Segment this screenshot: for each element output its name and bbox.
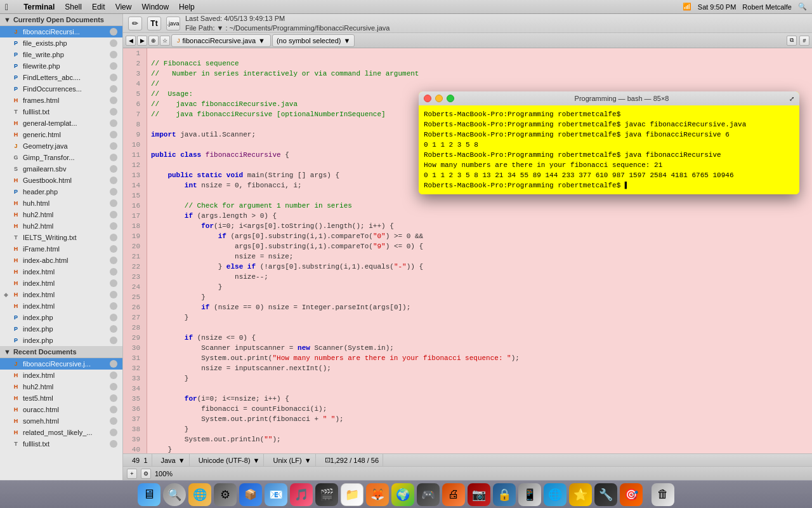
dock-photobooth[interactable]: 📷 [468,483,490,506]
sidebar-recent-index[interactable]: H index.html [0,370,122,381]
close-file-btn[interactable] [110,325,117,333]
close-file-btn[interactable] [110,51,117,58]
dock-app2[interactable]: ⚙ [214,483,237,506]
close-file-btn[interactable] [110,302,117,310]
close-file-btn[interactable] [110,394,117,402]
sidebar-item-huh2-2[interactable]: H huh2.html [0,220,122,232]
sidebar-item-findoccurrences[interactable]: P FindOccurrences... [0,83,122,95]
terminal-close-btn[interactable] [424,95,431,102]
sidebar-recent-related[interactable]: H related_most_likely_... [0,427,122,438]
sidebar-item-iframe[interactable]: H iFrame.html [0,243,122,255]
dock-textedit[interactable]: 📁 [341,483,363,506]
close-file-btn[interactable] [110,222,117,230]
dock-trash[interactable]: 🗑 [652,483,674,506]
sidebar-item-index-abc[interactable]: H index-abc.html [0,255,122,266]
close-file-btn[interactable] [110,28,117,36]
sidebar-recent-fibonacci[interactable]: J fibonacciRecursive.j... [0,358,122,370]
close-file-btn[interactable] [110,279,117,287]
search-icon[interactable]: 🔍 [798,3,807,11]
sidebar-item-frames[interactable]: H frames.html [0,95,122,106]
settings-btn[interactable]: ⚙ [141,469,151,479]
dock-itunes[interactable]: 🎵 [290,483,313,506]
symbol-selector[interactable]: (no symbol selected) ▼ [272,34,355,47]
dock-app6[interactable]: ⭐ [569,483,592,506]
dock-app4[interactable]: 🎮 [417,483,440,506]
dock-mail[interactable]: 📧 [265,483,287,506]
close-file-btn[interactable] [110,406,117,413]
recent-documents-section[interactable]: ▼ Recent Documents [0,346,122,358]
close-file-btn[interactable] [110,371,117,379]
sidebar-item-indexphp1[interactable]: P index.php [0,312,122,323]
dock-app3[interactable]: 📦 [239,483,262,506]
bookmark-add-btn[interactable]: ⊕ [148,36,159,46]
dock-safari[interactable]: 🌐 [544,483,566,506]
back-btn[interactable]: ◀ [126,36,136,46]
sidebar-item-index2[interactable]: H index.html [0,277,122,289]
close-file-btn[interactable] [110,131,117,138]
encoding-selector[interactable]: Unicode (UTF-8) ▼ [195,454,265,466]
sidebar-recent-ouracc[interactable]: H ouracc.html [0,404,122,415]
language-selector[interactable]: Java ▼ [157,454,190,466]
sidebar-item-huh2-1[interactable]: H huh2.html [0,209,122,220]
sidebar-item-header[interactable]: P header.php [0,186,122,197]
close-file-btn[interactable] [110,337,117,344]
close-file-btn[interactable] [110,108,117,116]
sidebar-item-fulllist[interactable]: T fulllist.txt [0,106,122,117]
close-file-btn[interactable] [110,360,117,368]
close-file-btn[interactable] [110,417,117,425]
dock-finder[interactable]: 🖥 [138,483,160,506]
sidebar-recent-test5[interactable]: H test5.html [0,392,122,404]
apple-menu[interactable]:  [5,2,8,12]
close-file-btn[interactable] [110,383,117,391]
sidebar-item-geometry[interactable]: J Geometry.java [0,140,122,152]
close-file-btn[interactable] [110,97,117,104]
terminal-maximize-btn[interactable] [447,95,454,102]
file-tab[interactable]: J fibonacciRecursive.java ▼ [171,34,271,47]
close-file-btn[interactable] [110,165,117,173]
close-file-btn[interactable] [110,440,117,448]
dock-firefox[interactable]: 🦊 [366,483,389,506]
toolbar-tt-btn[interactable]: Tt [147,17,161,30]
view-menu[interactable]: View [115,3,132,11]
sidebar-item-index1[interactable]: H index.html [0,266,122,277]
close-file-btn[interactable] [110,291,117,298]
close-file-btn[interactable] [110,199,117,207]
sidebar-item-general-template[interactable]: H general-templat... [0,117,122,129]
sidebar-item-file-exists[interactable]: P file_exists.php [0,37,122,49]
sidebar-item-ielts[interactable]: T IELTS_Writing.txt [0,232,122,243]
edit-menu[interactable]: Edit [92,3,105,11]
sidebar-recent-fulllist[interactable]: T fulllist.txt [0,438,122,450]
window-menu[interactable]: Window [141,3,169,11]
close-file-btn[interactable] [110,119,117,127]
sidebar-item-huh[interactable]: H huh.html [0,197,122,209]
close-file-btn[interactable] [110,188,117,196]
close-file-btn[interactable] [110,62,117,70]
close-file-btn[interactable] [110,245,117,253]
toolbar-java-btn[interactable]: .java [166,17,180,30]
dock-quicktime[interactable]: 🎬 [315,483,338,506]
terminal-window[interactable]: Programming — bash — 85×8 ⤢ Roberts-MacB… [419,91,799,194]
sidebar-item-guestbook[interactable]: H Guestbook.html [0,175,122,186]
close-file-btn[interactable] [110,314,117,321]
sidebar-item-gmail[interactable]: S gmailearn.sbv [0,163,122,175]
close-file-btn[interactable] [110,85,117,93]
close-file-btn[interactable] [110,211,117,218]
dock-app1[interactable]: 🌐 [188,483,211,506]
dock-app5[interactable]: 🖨 [442,483,465,506]
close-file-btn[interactable] [110,74,117,81]
close-file-btn[interactable] [110,177,117,184]
sidebar-item-gimp[interactable]: G Gimp_Transfor... [0,152,122,163]
sidebar-item-fibonacci-recursive[interactable]: J fibonacciRecursi... [0,26,122,37]
terminal-content[interactable]: Roberts-MacBook-Pro:Programming robertme… [419,105,799,194]
dock-security[interactable]: 🔒 [493,483,516,506]
close-file-btn[interactable] [110,39,117,47]
sidebar-item-index4[interactable]: H index.html [0,300,122,312]
bookmark-btn[interactable]: ☆ [160,36,170,46]
code-container[interactable]: 1 2 3 4 5 6 7 8 9 10 11 12 13 14 15 16 1… [123,48,812,453]
shell-menu[interactable]: Shell [65,3,82,11]
sidebar-item-file-write[interactable]: P file_write.php [0,49,122,60]
close-file-btn[interactable] [110,154,117,161]
dock-app7[interactable]: 🎯 [620,483,643,506]
close-file-btn[interactable] [110,429,117,436]
split-view-btn[interactable]: ⧉ [787,36,797,46]
